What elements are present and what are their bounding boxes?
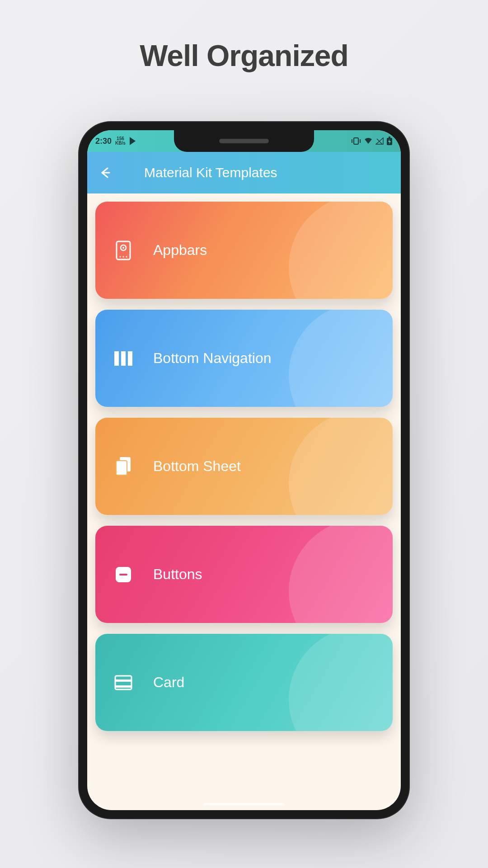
card-list: Appbars Bottom Navigation Bottom Sheet — [87, 193, 401, 739]
svg-rect-22 — [115, 685, 131, 688]
card-label: Bottom Sheet — [153, 458, 241, 475]
appbar: Material Kit Templates — [87, 152, 401, 193]
phone-frame: 2:30 156 KB/s — [79, 122, 409, 818]
svg-point-11 — [123, 256, 124, 257]
svg-rect-5 — [389, 137, 390, 138]
card-icon — [113, 673, 133, 693]
card-buttons[interactable]: Buttons — [95, 526, 393, 623]
card-label: Bottom Navigation — [153, 350, 271, 367]
card-appbars[interactable]: Appbars — [95, 202, 393, 299]
card-bottom-navigation[interactable]: Bottom Navigation — [95, 310, 393, 407]
card-label: Card — [153, 674, 184, 691]
svg-rect-17 — [116, 461, 127, 475]
card-bottom-sheet[interactable]: Bottom Sheet — [95, 418, 393, 515]
wifi-icon — [364, 137, 373, 145]
battery-icon — [386, 137, 393, 146]
card-card[interactable]: Card — [95, 634, 393, 731]
svg-point-10 — [120, 256, 121, 257]
card-label: Appbars — [153, 242, 207, 259]
status-network-speed: 156 KB/s — [115, 137, 126, 146]
svg-rect-21 — [115, 679, 131, 682]
appbar-title: Material Kit Templates — [127, 165, 391, 180]
svg-rect-15 — [128, 351, 132, 366]
vibrate-icon — [351, 137, 361, 145]
page-heading: Well Organized — [0, 38, 488, 73]
button-icon — [113, 565, 133, 585]
device-frame-icon — [113, 241, 133, 260]
play-store-icon — [129, 137, 137, 146]
card-label: Buttons — [153, 566, 202, 583]
columns-icon — [113, 349, 133, 368]
signal-icon — [375, 137, 384, 145]
svg-point-12 — [126, 256, 127, 257]
svg-point-9 — [122, 247, 124, 249]
svg-rect-13 — [114, 351, 119, 366]
status-time: 2:30 — [95, 137, 112, 146]
phone-screen: 2:30 156 KB/s — [87, 130, 401, 810]
svg-rect-0 — [354, 138, 358, 144]
svg-rect-14 — [121, 351, 126, 366]
phone-notch — [174, 130, 314, 152]
back-button[interactable] — [97, 165, 113, 180]
home-indicator[interactable] — [203, 803, 285, 806]
sheets-icon — [113, 457, 133, 476]
svg-rect-19 — [119, 574, 127, 576]
